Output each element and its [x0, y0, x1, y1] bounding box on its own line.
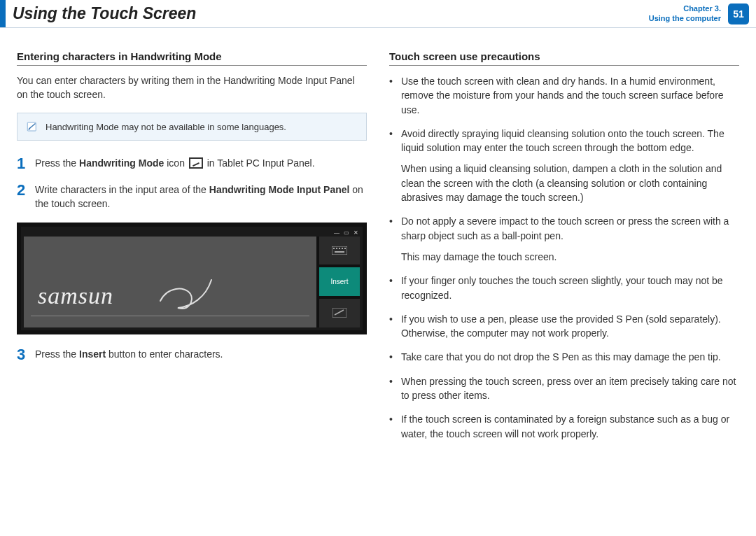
- step-1: 1 Press the Handwriting Mode icon in Tab…: [17, 156, 367, 171]
- item-text: If the touch screen is contaminated by a…: [401, 414, 729, 439]
- keyboard-icon: [332, 246, 347, 255]
- list-item: Take care that you do not drop the S Pen…: [389, 350, 739, 364]
- header-meta: Chapter 3. Using the computer 51: [649, 0, 756, 27]
- insert-button[interactable]: Insert: [319, 267, 360, 299]
- svg-rect-5: [342, 248, 343, 249]
- list-item: Do not apply a severe impact to the touc…: [389, 214, 739, 264]
- item-text: Use the touch screen with clean and dry …: [401, 76, 724, 115]
- step-2-body: Write characters in the input area of th…: [35, 183, 367, 211]
- svg-rect-2: [333, 248, 335, 249]
- header-accent-tab: [0, 0, 6, 27]
- handwriting-heading: Entering characters in Handwriting Mode: [17, 50, 367, 66]
- list-item: If your finger only touches the touch sc…: [389, 274, 739, 302]
- step-2-bold: Handwriting Mode Input Panel: [209, 184, 350, 195]
- panel-body: samsun Insert: [24, 237, 360, 327]
- note-icon: [26, 120, 38, 133]
- item-extra: When using a liquid cleansing solution, …: [401, 162, 739, 204]
- step-number-1: 1: [17, 156, 28, 171]
- step-3-text-c: button to enter characters.: [106, 348, 223, 360]
- step-3-text-a: Press the: [35, 348, 79, 360]
- chapter-number: Chapter 3.: [649, 4, 721, 13]
- precautions-list: Use the touch screen with clean and dry …: [389, 74, 739, 441]
- item-text: When pressing the touch screen, press ov…: [401, 376, 736, 401]
- page-number-badge: 51: [728, 3, 749, 24]
- item-text: Do not apply a severe impact to the touc…: [401, 216, 729, 241]
- handwriting-area[interactable]: samsun: [24, 237, 319, 327]
- chapter-title: Using the computer: [649, 14, 721, 23]
- step-1-bold: Handwriting Mode: [79, 157, 164, 169]
- panel-close-icon[interactable]: ✕: [354, 230, 358, 237]
- svg-rect-6: [344, 248, 346, 249]
- step-number-3: 3: [17, 347, 28, 362]
- note-text: Handwriting Mode may not be available in…: [46, 122, 286, 132]
- svg-rect-3: [336, 248, 337, 249]
- panel-side-controls: Insert: [319, 237, 360, 327]
- svg-rect-1: [332, 246, 347, 255]
- step-1-text-a: Press the: [35, 157, 79, 169]
- panel-minimize-icon[interactable]: —: [334, 230, 340, 237]
- panel-titlebar: — ▭ ✕: [24, 230, 360, 237]
- item-text: If your finger only touches the touch sc…: [401, 275, 723, 300]
- list-item: Avoid directly spraying liquid cleansing…: [389, 127, 739, 204]
- right-column: Touch screen use precautions Use the tou…: [389, 50, 739, 451]
- step-1-text-d: in Tablet PC Input Panel.: [204, 157, 315, 169]
- item-text: Take care that you do not drop the S Pen…: [401, 351, 721, 362]
- step-2-text-a: Write characters in the input area of th…: [35, 184, 209, 195]
- page-title: Using the Touch Screen: [6, 0, 649, 27]
- step-3-body: Press the Insert button to enter charact…: [35, 347, 367, 362]
- page-header: Using the Touch Screen Chapter 3. Using …: [0, 0, 756, 28]
- handwriting-toggle-icon: [332, 308, 346, 318]
- list-item: If the touch screen is contaminated by a…: [389, 412, 739, 441]
- item-text: If you wish to use a pen, please use the…: [401, 313, 721, 339]
- step-number-2: 2: [17, 183, 28, 211]
- step-1-body: Press the Handwriting Mode icon in Table…: [35, 156, 367, 171]
- step-3: 3 Press the Insert button to enter chara…: [17, 347, 367, 362]
- handwriting-toggle-button[interactable]: [319, 299, 360, 327]
- step-2: 2 Write characters in the input area of …: [17, 183, 367, 211]
- writing-baseline: [31, 316, 309, 316]
- handwritten-sample: samsun: [38, 283, 113, 309]
- content-area: Entering characters in Handwriting Mode …: [0, 28, 756, 465]
- chapter-info: Chapter 3. Using the computer: [649, 4, 721, 22]
- list-item: If you wish to use a pen, please use the…: [389, 312, 739, 341]
- svg-rect-4: [339, 248, 340, 249]
- list-item: Use the touch screen with clean and dry …: [389, 74, 739, 117]
- svg-rect-7: [335, 251, 344, 253]
- item-extra: This may damage the touch screen.: [401, 250, 739, 264]
- left-column: Entering characters in Handwriting Mode …: [17, 50, 367, 451]
- precautions-heading: Touch screen use precautions: [389, 50, 739, 66]
- handwritten-g-icon: [157, 273, 213, 315]
- step-1-text-c: icon: [164, 157, 187, 169]
- step-3-bold: Insert: [79, 348, 106, 360]
- handwriting-input-panel: — ▭ ✕ samsun Insert: [17, 223, 367, 334]
- note-box: Handwriting Mode may not be available in…: [17, 113, 367, 141]
- panel-dock-icon[interactable]: ▭: [344, 230, 349, 237]
- list-item: When pressing the touch screen, press ov…: [389, 374, 739, 403]
- handwriting-intro: You can enter characters by writing them…: [17, 74, 367, 101]
- keyboard-toggle-button[interactable]: [319, 237, 360, 268]
- item-text: Avoid directly spraying liquid cleansing…: [401, 128, 724, 153]
- handwriting-mode-icon: [189, 157, 203, 169]
